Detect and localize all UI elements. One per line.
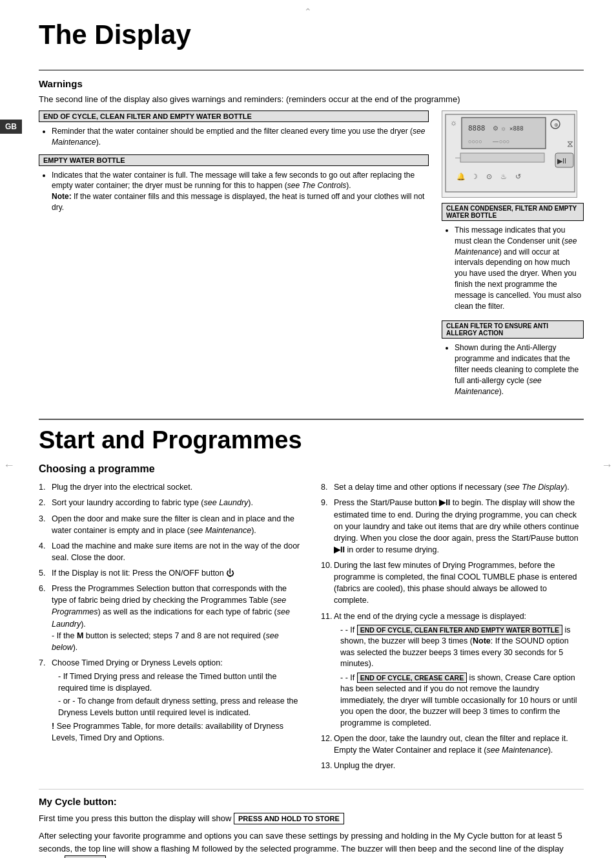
warning-box-2: EMPTY WATER BOTTLE [39, 154, 429, 166]
right-side-arrow: → [601, 459, 613, 472]
warning-content-4: Shown during the Anti-Allergy programme … [442, 342, 584, 399]
step-7-sub-2: or - To change from default dryness sett… [58, 696, 302, 718]
step-12: 12.Open the door, take the laundry out, … [321, 733, 584, 756]
step-9: 9.Press the Start/Pause button ▶II to be… [321, 497, 584, 556]
choosing-title: Choosing a programme [39, 463, 584, 475]
display-diagram: ☼ 8888 ⚙ ☼ ✕888 ○○○○ — ○○○ ⊕ ⧖ [442, 110, 577, 198]
warning-3-bullet-1: This message indicates that you must cle… [455, 225, 584, 311]
my-cycle-para2: After selecting your favorite programme … [39, 830, 584, 858]
inline-box-crease-care: END OF CYCLE, CREASE CARE [357, 673, 467, 683]
svg-text:♨: ♨ [500, 173, 507, 180]
memory-box: MEMORY [65, 855, 105, 858]
svg-text:⊙: ⊙ [486, 173, 492, 180]
svg-rect-14 [460, 153, 544, 162]
svg-text:↺: ↺ [515, 173, 521, 180]
top-center-mark: ⌃ [304, 6, 312, 17]
warnings-columns: END OF CYCLE, CLEAN FILTER AND EMPTY WAT… [39, 110, 584, 406]
press-hold-box: PRESS AND HOLD TO STORE [234, 813, 344, 824]
step-10: 10.During the last few minutes of Drying… [321, 560, 584, 607]
my-cycle-intro-text: First time you press this button the dis… [39, 813, 231, 823]
choosing-section: Choosing a programme 1.Plug the dryer in… [39, 463, 584, 775]
inline-box-end-cycle: END OF CYCLE, CLEAN FILTER AND EMPTY WAT… [357, 625, 562, 635]
step-11-sub-2: - If END OF CYCLE, CREASE CARE is shown,… [340, 673, 584, 729]
programme-columns: 1.Plug the dryer into the electrical soc… [39, 481, 584, 775]
svg-text:○○○○: ○○○○ [468, 138, 482, 145]
svg-text:☼: ☼ [500, 125, 506, 132]
svg-text:—: — [493, 138, 498, 145]
warning-1-bullet-1: Reminder that the water container should… [52, 126, 429, 148]
programme-left-steps: 1.Plug the dryer into the electrical soc… [39, 481, 302, 775]
svg-text:✕888: ✕888 [509, 125, 524, 132]
step-7-note: ! See Programmes Table, for more details… [52, 722, 283, 742]
warning-content-3: This message indicates that you must cle… [442, 225, 584, 314]
page-title: The Display [39, 19, 584, 50]
warnings-right: ☼ 8888 ⚙ ☼ ✕888 ○○○○ — ○○○ ⊕ ⧖ [442, 110, 584, 406]
step-4: 4.Load the machine and make sure items a… [39, 540, 302, 563]
svg-text:⧖: ⧖ [567, 138, 573, 149]
section-divider [39, 419, 584, 420]
warning-content-2: Indicates that the water container is fu… [39, 170, 429, 213]
warnings-left: END OF CYCLE, CLEAN FILTER AND EMPTY WAT… [39, 110, 429, 220]
step-5: 5.If the Display is not lit: Press the O… [39, 567, 302, 579]
step-13: 13.Unplug the dryer. [321, 760, 584, 771]
display-svg: ☼ 8888 ⚙ ☼ ✕888 ○○○○ — ○○○ ⊕ ⧖ [442, 111, 578, 195]
warnings-section: Warnings The second line of the display … [39, 70, 584, 406]
start-programmes-section: Start and Programmes Choosing a programm… [39, 426, 584, 775]
step-1: 1.Plug the dryer into the electrical soc… [39, 481, 302, 493]
svg-text:🔔: 🔔 [457, 172, 466, 181]
step-7: 7.Choose Timed Drying or Dryness Levels … [39, 657, 302, 744]
my-cycle-section: My Cycle button: First time you press th… [39, 789, 584, 858]
svg-text:8888: 8888 [468, 124, 486, 132]
svg-text:▶II: ▶II [557, 157, 566, 165]
warning-content-1: Reminder that the water container should… [39, 126, 429, 148]
svg-text:☽: ☽ [471, 173, 478, 180]
warning-2-bullet-1: Indicates that the water container is fu… [52, 170, 429, 213]
svg-text:⊕: ⊕ [554, 122, 559, 128]
warning-box-4: CLEAN FILTER TO ENSURE ANTI ALLERGY ACTI… [442, 320, 584, 339]
my-cycle-title: My Cycle button: [39, 796, 584, 807]
warning-4-bullet-1: Shown during the Anti-Allergy programme … [455, 342, 584, 397]
my-cycle-intro-line: First time you press this button the dis… [39, 812, 584, 825]
programme-right-steps: 8.Set a delay time and other options if … [321, 481, 584, 775]
svg-text:☼: ☼ [450, 118, 457, 127]
start-programmes-title: Start and Programmes [39, 426, 584, 454]
warning-box-3: CLEAN CONDENSER, FILTER AND EMPTY WATER … [442, 203, 584, 221]
warnings-title: Warnings [39, 78, 584, 89]
left-side-arrow: ← [3, 459, 15, 472]
svg-text:⚙: ⚙ [493, 125, 498, 132]
svg-text:○○○: ○○○ [499, 138, 509, 145]
step-2: 2.Sort your laundry according to fabric … [39, 497, 302, 508]
warning-box-1: END OF CYCLE, CLEAN FILTER AND EMPTY WAT… [39, 110, 429, 122]
step-11-sub-1: - If END OF CYCLE, CLEAN FILTER AND EMPT… [340, 625, 584, 670]
my-cycle-para2-text: After selecting your favorite programme … [39, 831, 564, 858]
warnings-intro: The second line of the display also give… [39, 94, 584, 104]
step-11: 11.At the end of the drying cycle a mess… [321, 611, 584, 729]
step-7-sub-1: If Timed Drying press and release the Ti… [58, 671, 302, 694]
step-3: 3.Open the door and make sure the filter… [39, 513, 302, 536]
step-8: 8.Set a delay time and other options if … [321, 481, 584, 493]
gb-language-tag: GB [0, 120, 22, 134]
step-6: 6.Press the Programmes Selection button … [39, 583, 302, 653]
